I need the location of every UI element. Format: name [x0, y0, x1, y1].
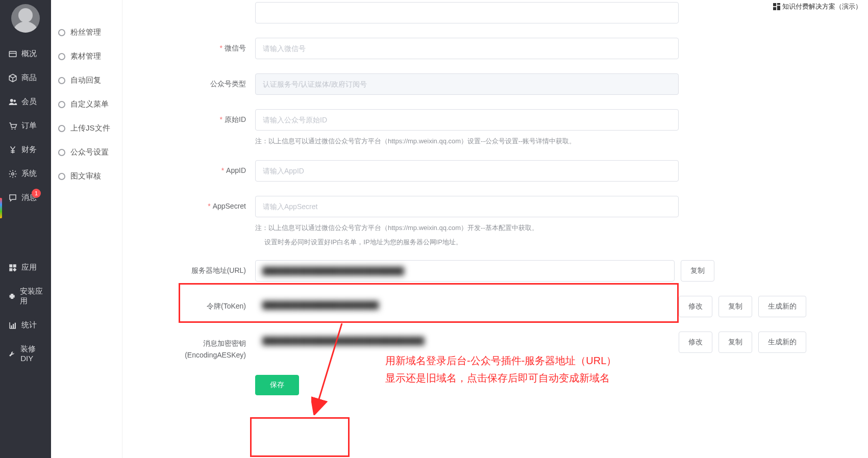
messages-badge: 1 [32, 189, 41, 198]
save-button[interactable]: 保存 [255, 375, 299, 395]
svg-point-9 [14, 128, 15, 129]
form-row-appid: *AppID [138, 160, 853, 182]
ring-icon [58, 125, 65, 132]
ring-icon [58, 149, 65, 156]
copy-url-button[interactable]: 复制 [681, 260, 714, 282]
form-row-token: 令牌(ToKen) ███████████████████████ 修改 复制 … [138, 296, 853, 317]
form-row-server-url: 服务器地址(URL) ████████████████████████████ … [138, 260, 853, 282]
partial-input[interactable] [255, 2, 679, 23]
sidebar-item-orders[interactable]: 订单 [0, 114, 51, 138]
label-text: 服务器地址(URL) [191, 266, 246, 274]
label-text: 公众号类型 [210, 80, 246, 88]
sidebar-item-label: 商品 [21, 73, 37, 83]
generate-aeskey-button[interactable]: 生成新的 [758, 332, 806, 353]
copy-token-button[interactable]: 复制 [718, 296, 752, 317]
users-icon [8, 97, 17, 107]
form-label-appsecret: *AppSecret [138, 196, 255, 210]
yen-icon [8, 145, 17, 155]
form-row-partial [138, 2, 853, 23]
sidebar-item-overview[interactable]: 概况 [0, 42, 51, 66]
ring-icon [58, 173, 65, 180]
form-row-wechat: *微信号 [138, 38, 853, 59]
sub-item-menu[interactable]: 自定义菜单 [51, 92, 122, 116]
sidebar-item-system[interactable]: 系统 [0, 162, 51, 186]
svg-rect-15 [13, 324, 14, 328]
appid-input[interactable] [255, 160, 679, 182]
label-subtext: (EncodingAESKey) [185, 351, 246, 359]
sub-item-label: 自定义菜单 [70, 99, 109, 109]
form-label-original-id: *原始ID [138, 109, 255, 124]
ring-icon [58, 77, 65, 84]
note-2: 注：以上信息可以通过微信公众号官方平台（https://mp.weixin.qq… [255, 222, 679, 234]
sub-item-label: 图文审核 [70, 171, 101, 181]
svg-rect-5 [9, 53, 16, 54]
sidebar-item-finance[interactable]: 财务 [0, 138, 51, 162]
sidebar-item-label: 安装应用 [20, 287, 46, 306]
sidebar-item-label: 应用 [21, 263, 37, 272]
ring-icon [58, 53, 65, 60]
aeskey-value: ████████████████████████████████ [262, 337, 424, 345]
sidebar-item-members[interactable]: 会员 [0, 90, 51, 114]
sidebar-item-install[interactable]: 安装应用 [0, 279, 51, 313]
svg-rect-11 [9, 264, 12, 267]
main-content: *微信号 公众号类型 *原始ID 注：以上信息可以通过微信公众号官方平台（htt… [122, 0, 868, 458]
puzzle-icon [8, 292, 16, 301]
sub-item-jsfile[interactable]: 上传JS文件 [51, 116, 122, 140]
label-text: 原始ID [225, 115, 246, 123]
form-row-type: 公众号类型 [138, 73, 853, 95]
form-label-partial [138, 2, 255, 8]
chart-icon [8, 321, 17, 330]
svg-rect-4 [9, 51, 16, 57]
sub-item-label: 上传JS文件 [70, 123, 110, 133]
modify-aeskey-button[interactable]: 修改 [679, 332, 712, 353]
form-row-appsecret: *AppSecret 注：以上信息可以通过微信公众号官方平台（https://m… [138, 196, 853, 234]
note-3: 设置时务必同时设置好IP白名单，IP地址为您的服务器公网IP地址。 [264, 238, 688, 247]
ring-icon [58, 101, 65, 108]
sidebar-item-label: 订单 [21, 121, 37, 131]
avatar[interactable] [11, 4, 40, 33]
cart-icon [8, 121, 17, 131]
cube-icon [8, 73, 17, 83]
label-text: AppID [226, 166, 246, 174]
sub-item-mpsettings[interactable]: 公众号设置 [51, 140, 122, 164]
svg-rect-16 [15, 322, 16, 328]
sub-item-label: 公众号设置 [70, 147, 109, 157]
form-label-wechat: *微信号 [138, 38, 255, 53]
apps-icon [8, 263, 17, 272]
sidebar-item-label: 系统 [21, 169, 37, 179]
appsecret-input[interactable] [255, 196, 679, 217]
form-row-save: 保存 [138, 375, 853, 395]
form-label-server-url: 服务器地址(URL) [138, 260, 255, 275]
svg-point-6 [10, 99, 13, 102]
sub-item-material[interactable]: 素材管理 [51, 44, 122, 68]
sub-item-autoreply[interactable]: 自动回复 [51, 68, 122, 92]
sidebar-item-label: 会员 [21, 97, 37, 107]
sidebar-item-stats[interactable]: 统计 [0, 313, 51, 337]
sub-item-label: 粉丝管理 [70, 28, 101, 37]
sidebar-item-label: 财务 [21, 145, 37, 155]
note-1: 注：以上信息可以通过微信公众号官方平台（https://mp.weixin.qq… [255, 136, 679, 147]
form-label-token: 令牌(ToKen) [138, 296, 255, 311]
sub-item-label: 素材管理 [70, 52, 101, 61]
sidebar-item-apps[interactable]: 应用 [0, 256, 51, 279]
sidebar-item-goods[interactable]: 商品 [0, 66, 51, 90]
sidebar-sub: 粉丝管理 素材管理 自动回复 自定义菜单 上传JS文件 公众号设置 图文审核 [51, 0, 122, 458]
sidebar-item-messages[interactable]: 消息 1 [0, 186, 51, 210]
modify-token-button[interactable]: 修改 [679, 296, 712, 317]
sidebar-item-label: 概况 [21, 49, 37, 59]
token-value: ███████████████████████ [262, 301, 379, 309]
svg-point-8 [11, 128, 12, 129]
wechat-input[interactable] [255, 38, 679, 59]
sub-item-review[interactable]: 图文审核 [51, 164, 122, 188]
original-id-input[interactable] [255, 109, 679, 131]
copy-aeskey-button[interactable]: 复制 [718, 332, 752, 353]
generate-token-button[interactable]: 生成新的 [758, 296, 806, 317]
svg-rect-14 [11, 325, 12, 328]
sidebar-main: 概况 商品 会员 订单 财务 系统 消息 1 应用 安装应用 统计 装修DIY [0, 0, 51, 458]
svg-rect-12 [13, 264, 16, 267]
sub-item-fans[interactable]: 粉丝管理 [51, 20, 122, 44]
sub-item-label: 自动回复 [70, 75, 101, 85]
svg-point-7 [14, 99, 16, 102]
gear-icon [8, 169, 17, 179]
sidebar-item-diy[interactable]: 装修DIY [0, 337, 51, 370]
